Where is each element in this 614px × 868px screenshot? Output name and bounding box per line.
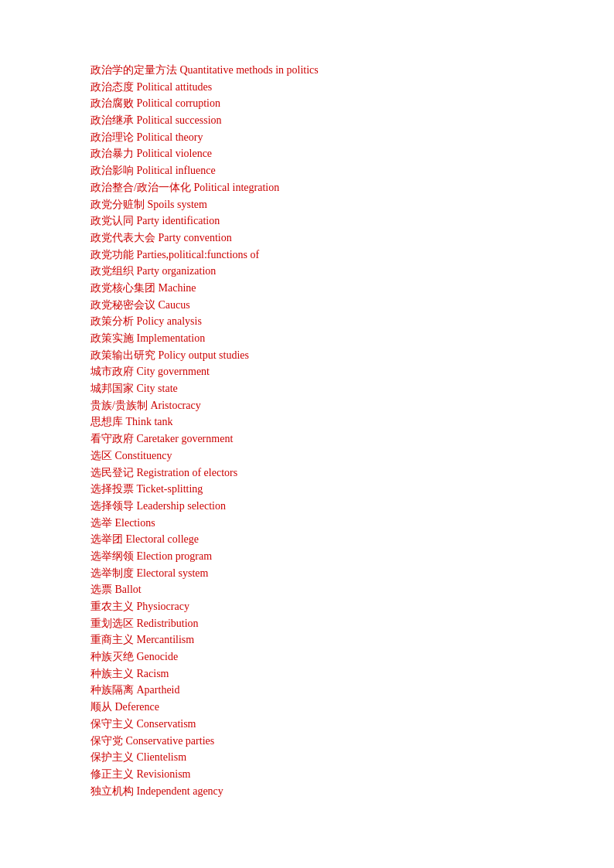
chinese-text: 城邦国家	[90, 383, 137, 394]
english-text: Quantitative methods in politics	[180, 64, 319, 76]
chinese-text: 选民登记	[90, 467, 137, 478]
chinese-text: 修正主义	[90, 768, 137, 780]
list-item: 政党核心集团 Machine	[90, 280, 583, 297]
chinese-text: 政治理论	[90, 131, 137, 143]
chinese-text: 选举	[90, 517, 115, 529]
english-text: Elections	[115, 517, 155, 529]
list-item: 政治影响 Political influence	[90, 162, 583, 179]
english-text: Machine	[159, 282, 196, 294]
english-text: Policy analysis	[137, 315, 202, 327]
entry-list: 政治学的定量方法 Quantitative methods in politic…	[90, 62, 583, 799]
list-item: 修正主义 Revisionism	[90, 766, 583, 783]
list-item: 选区 Constituency	[90, 448, 583, 465]
chinese-text: 选举制度	[90, 567, 137, 579]
chinese-text: 政治整合/政治一体化	[90, 182, 193, 193]
english-text: Independent agency	[137, 785, 223, 797]
english-text: Political influence	[137, 165, 216, 176]
list-item: 选择投票 Ticket-splitting	[90, 481, 583, 498]
list-item: 选票 Ballot	[90, 581, 583, 598]
list-item: 政策实施 Implementation	[90, 330, 583, 347]
english-text: Ballot	[115, 584, 142, 595]
english-text: Electoral system	[137, 567, 209, 579]
chinese-text: 选择领导	[90, 500, 137, 512]
list-item: 重商主义 Mercantilism	[90, 631, 583, 648]
english-text: Party convention	[159, 232, 232, 243]
list-item: 种族隔离 Apartheid	[90, 682, 583, 699]
english-text: Caucus	[159, 299, 190, 311]
list-item: 政党组织 Party organization	[90, 263, 583, 280]
list-item: 政党代表大会 Party convention	[90, 230, 583, 247]
chinese-text: 种族主义	[90, 668, 137, 679]
english-text: Caretaker government	[137, 433, 234, 444]
list-item: 城市政府 City government	[90, 363, 583, 380]
english-text: Genocide	[137, 651, 179, 662]
list-item: 政党秘密会议 Caucus	[90, 297, 583, 314]
english-text: Political attitudes	[137, 81, 213, 93]
list-item: 种族灭绝 Genocide	[90, 648, 583, 665]
list-item: 贵族/贵族制 Aristocracy	[90, 397, 583, 414]
english-text: Conservative parties	[126, 735, 215, 747]
list-item: 选举团 Electoral college	[90, 531, 583, 548]
list-item: 种族主义 Racism	[90, 665, 583, 682]
chinese-text: 政治腐败	[90, 97, 137, 109]
chinese-text: 政策分析	[90, 315, 137, 327]
list-item: 政策分析 Policy analysis	[90, 313, 583, 330]
chinese-text: 政治学的定量方法	[90, 64, 180, 76]
english-text: Political integration	[193, 182, 279, 193]
list-item: 政治暴力 Political violence	[90, 145, 583, 162]
chinese-text: 保守主义	[90, 718, 137, 730]
english-text: Party identification	[137, 215, 220, 226]
list-item: 政治继承 Political succession	[90, 112, 583, 129]
english-text: Constituency	[115, 450, 172, 461]
english-text: Aristocracy	[150, 400, 200, 411]
english-text: Deference	[115, 701, 160, 713]
english-text: Ticket-splitting	[137, 483, 203, 495]
chinese-text: 重划选区	[90, 618, 137, 629]
english-text: Spoils system	[148, 199, 207, 210]
chinese-text: 政策输出研究	[90, 349, 159, 361]
chinese-text: 政治继承	[90, 114, 137, 126]
english-text: Clientelism	[137, 751, 187, 763]
english-text: City government	[137, 366, 210, 377]
english-text: Political succession	[137, 114, 222, 126]
chinese-text: 政党功能	[90, 249, 137, 260]
english-text: Political theory	[137, 131, 203, 143]
list-item: 政治态度 Political attitudes	[90, 79, 583, 96]
chinese-text: 选票	[90, 584, 115, 595]
list-item: 政治学的定量方法 Quantitative methods in politic…	[90, 62, 583, 79]
english-text: Physiocracy	[137, 601, 189, 612]
list-item: 城邦国家 City state	[90, 380, 583, 397]
english-text: Registration of electors	[137, 467, 238, 478]
english-text: Racism	[137, 668, 169, 679]
list-item: 保守主义 Conservatism	[90, 716, 583, 733]
english-text: Electoral college	[126, 533, 199, 545]
english-text: Parties,political:functions of	[137, 249, 260, 260]
chinese-text: 重商主义	[90, 634, 137, 645]
list-item: 顺从 Deference	[90, 699, 583, 716]
chinese-text: 政治暴力	[90, 148, 137, 159]
english-text: City state	[137, 383, 178, 394]
chinese-text: 贵族/贵族制	[90, 400, 150, 411]
list-item: 保守党 Conservative parties	[90, 733, 583, 750]
english-text: Policy output studies	[159, 349, 249, 361]
list-item: 政治整合/政治一体化 Political integration	[90, 179, 583, 196]
chinese-text: 政党代表大会	[90, 232, 159, 243]
chinese-text: 种族隔离	[90, 684, 137, 696]
list-item: 看守政府 Caretaker government	[90, 431, 583, 448]
list-item: 选民登记 Registration of electors	[90, 465, 583, 482]
english-text: Mercantilism	[137, 634, 195, 645]
list-item: 独立机构 Independent agency	[90, 783, 583, 800]
chinese-text: 保守党	[90, 735, 126, 747]
list-item: 政党认同 Party identification	[90, 213, 583, 230]
english-text: Leadership selection	[137, 500, 226, 512]
list-item: 选举制度 Electoral system	[90, 565, 583, 582]
chinese-text: 独立机构	[90, 785, 137, 797]
chinese-text: 政策实施	[90, 332, 137, 344]
english-text: Implementation	[137, 332, 206, 344]
chinese-text: 政党分赃制	[90, 199, 148, 210]
chinese-text: 选择投票	[90, 483, 137, 495]
chinese-text: 顺从	[90, 701, 115, 713]
list-item: 选举 Elections	[90, 515, 583, 532]
chinese-text: 保护主义	[90, 751, 137, 763]
chinese-text: 选举纲领	[90, 550, 137, 562]
